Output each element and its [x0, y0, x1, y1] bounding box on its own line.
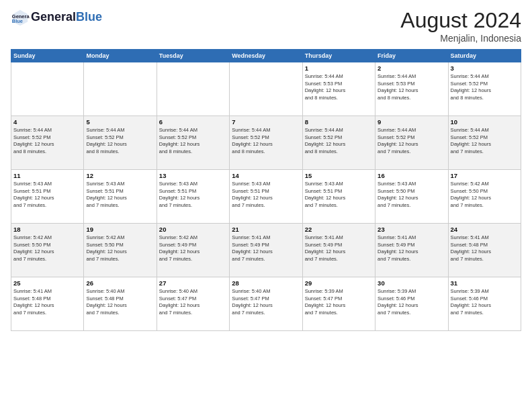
week-row-3: 11Sunrise: 5:43 AM Sunset: 5:51 PM Dayli… — [11, 170, 521, 224]
week-row-5: 25Sunrise: 5:41 AM Sunset: 5:48 PM Dayli… — [11, 277, 521, 331]
day-header-friday: Friday — [375, 50, 448, 62]
calendar-cell: 7Sunrise: 5:44 AM Sunset: 5:52 PM Daylig… — [230, 116, 302, 170]
location: Menjalin, Indonesia — [400, 33, 521, 44]
day-number: 18 — [13, 226, 81, 233]
day-header-monday: Monday — [84, 50, 157, 62]
calendar-cell: 31Sunrise: 5:39 AM Sunset: 5:46 PM Dayli… — [448, 277, 521, 331]
calendar-cell: 24Sunrise: 5:41 AM Sunset: 5:48 PM Dayli… — [448, 224, 521, 277]
day-info: Sunrise: 5:43 AM Sunset: 5:51 PM Dayligh… — [159, 181, 227, 209]
day-number: 17 — [451, 172, 519, 179]
svg-text:Blue: Blue — [12, 18, 23, 24]
header-row: SundayMondayTuesdayWednesdayThursdayFrid… — [11, 50, 521, 62]
calendar-cell: 12Sunrise: 5:43 AM Sunset: 5:51 PM Dayli… — [84, 170, 157, 224]
calendar-cell: 8Sunrise: 5:44 AM Sunset: 5:52 PM Daylig… — [302, 116, 375, 170]
day-info: Sunrise: 5:42 AM Sunset: 5:49 PM Dayligh… — [159, 234, 227, 263]
day-info: Sunrise: 5:43 AM Sunset: 5:51 PM Dayligh… — [232, 181, 300, 209]
week-row-2: 4Sunrise: 5:44 AM Sunset: 5:52 PM Daylig… — [11, 116, 521, 170]
calendar-cell: 3Sunrise: 5:44 AM Sunset: 5:52 PM Daylig… — [448, 62, 521, 116]
day-number: 1 — [305, 64, 373, 72]
day-number: 7 — [232, 118, 300, 126]
day-info: Sunrise: 5:44 AM Sunset: 5:52 PM Dayligh… — [305, 127, 373, 155]
calendar-cell: 18Sunrise: 5:42 AM Sunset: 5:50 PM Dayli… — [11, 224, 84, 277]
calendar-cell: 30Sunrise: 5:39 AM Sunset: 5:46 PM Dayli… — [375, 277, 448, 331]
day-number: 16 — [378, 172, 445, 179]
header: General Blue GeneralBlue August 2024 Men… — [11, 8, 521, 44]
calendar-cell: 20Sunrise: 5:42 AM Sunset: 5:49 PM Dayli… — [157, 224, 229, 277]
day-info: Sunrise: 5:44 AM Sunset: 5:53 PM Dayligh… — [305, 73, 373, 101]
day-info: Sunrise: 5:40 AM Sunset: 5:47 PM Dayligh… — [232, 288, 300, 316]
day-info: Sunrise: 5:40 AM Sunset: 5:48 PM Dayligh… — [86, 288, 154, 316]
calendar-cell: 6Sunrise: 5:44 AM Sunset: 5:52 PM Daylig… — [157, 116, 229, 170]
day-info: Sunrise: 5:42 AM Sunset: 5:50 PM Dayligh… — [13, 234, 81, 263]
calendar-cell: 23Sunrise: 5:41 AM Sunset: 5:49 PM Dayli… — [375, 224, 448, 277]
day-info: Sunrise: 5:39 AM Sunset: 5:46 PM Dayligh… — [451, 288, 519, 316]
calendar-cell: 19Sunrise: 5:42 AM Sunset: 5:50 PM Dayli… — [84, 224, 157, 277]
day-number: 26 — [86, 279, 154, 287]
day-header-wednesday: Wednesday — [230, 50, 302, 62]
day-info: Sunrise: 5:43 AM Sunset: 5:51 PM Dayligh… — [13, 181, 81, 209]
day-header-sunday: Sunday — [11, 50, 84, 62]
day-number: 2 — [378, 64, 445, 72]
day-number: 27 — [159, 279, 227, 287]
calendar-cell: 15Sunrise: 5:43 AM Sunset: 5:51 PM Dayli… — [302, 170, 375, 224]
calendar-cell: 26Sunrise: 5:40 AM Sunset: 5:48 PM Dayli… — [84, 277, 157, 331]
day-number: 23 — [378, 226, 445, 233]
day-info: Sunrise: 5:41 AM Sunset: 5:48 PM Dayligh… — [451, 234, 519, 263]
day-number: 21 — [232, 226, 300, 233]
calendar-cell: 11Sunrise: 5:43 AM Sunset: 5:51 PM Dayli… — [11, 170, 84, 224]
day-info: Sunrise: 5:44 AM Sunset: 5:52 PM Dayligh… — [451, 73, 519, 101]
day-number: 28 — [232, 279, 300, 287]
month-year: August 2024 — [400, 8, 521, 33]
logo-icon: General Blue — [11, 8, 30, 27]
day-number: 11 — [13, 172, 81, 179]
day-info: Sunrise: 5:44 AM Sunset: 5:52 PM Dayligh… — [232, 127, 300, 155]
day-info: Sunrise: 5:44 AM Sunset: 5:52 PM Dayligh… — [13, 127, 81, 155]
week-row-1: 1Sunrise: 5:44 AM Sunset: 5:53 PM Daylig… — [11, 62, 521, 116]
day-number: 6 — [159, 118, 227, 126]
calendar-cell: 29Sunrise: 5:39 AM Sunset: 5:47 PM Dayli… — [302, 277, 375, 331]
day-header-saturday: Saturday — [448, 50, 521, 62]
day-number: 10 — [451, 118, 519, 126]
calendar-cell: 14Sunrise: 5:43 AM Sunset: 5:51 PM Dayli… — [230, 170, 302, 224]
day-info: Sunrise: 5:39 AM Sunset: 5:46 PM Dayligh… — [378, 288, 445, 316]
day-number: 25 — [13, 279, 81, 287]
calendar-cell: 27Sunrise: 5:40 AM Sunset: 5:47 PM Dayli… — [157, 277, 229, 331]
title-block: August 2024 Menjalin, Indonesia — [400, 8, 521, 44]
day-header-thursday: Thursday — [302, 50, 375, 62]
day-number: 3 — [451, 64, 519, 72]
calendar-cell: 13Sunrise: 5:43 AM Sunset: 5:51 PM Dayli… — [157, 170, 229, 224]
day-number: 4 — [13, 118, 81, 126]
calendar-cell: 4Sunrise: 5:44 AM Sunset: 5:52 PM Daylig… — [11, 116, 84, 170]
day-info: Sunrise: 5:42 AM Sunset: 5:50 PM Dayligh… — [451, 181, 519, 209]
day-info: Sunrise: 5:44 AM Sunset: 5:52 PM Dayligh… — [159, 127, 227, 155]
day-header-tuesday: Tuesday — [157, 50, 229, 62]
day-number: 31 — [451, 279, 519, 287]
day-number: 19 — [86, 226, 154, 233]
calendar-cell: 21Sunrise: 5:41 AM Sunset: 5:49 PM Dayli… — [230, 224, 302, 277]
day-number: 30 — [378, 279, 445, 287]
calendar-cell: 1Sunrise: 5:44 AM Sunset: 5:53 PM Daylig… — [302, 62, 375, 116]
day-info: Sunrise: 5:44 AM Sunset: 5:52 PM Dayligh… — [451, 127, 519, 155]
calendar-cell — [11, 62, 84, 116]
day-number: 8 — [305, 118, 373, 126]
day-number: 22 — [305, 226, 373, 233]
day-number: 5 — [86, 118, 154, 126]
calendar-cell — [84, 62, 157, 116]
logo: General Blue GeneralBlue — [11, 8, 102, 27]
calendar-cell: 10Sunrise: 5:44 AM Sunset: 5:52 PM Dayli… — [448, 116, 521, 170]
day-info: Sunrise: 5:44 AM Sunset: 5:53 PM Dayligh… — [378, 73, 445, 101]
day-info: Sunrise: 5:44 AM Sunset: 5:52 PM Dayligh… — [86, 127, 154, 155]
day-info: Sunrise: 5:41 AM Sunset: 5:49 PM Dayligh… — [305, 234, 373, 263]
day-info: Sunrise: 5:43 AM Sunset: 5:50 PM Dayligh… — [378, 181, 445, 209]
page: General Blue GeneralBlue August 2024 Men… — [0, 0, 532, 411]
day-info: Sunrise: 5:44 AM Sunset: 5:52 PM Dayligh… — [378, 127, 445, 155]
day-info: Sunrise: 5:39 AM Sunset: 5:47 PM Dayligh… — [305, 288, 373, 316]
calendar-cell — [230, 62, 302, 116]
calendar-cell — [157, 62, 229, 116]
calendar-cell: 25Sunrise: 5:41 AM Sunset: 5:48 PM Dayli… — [11, 277, 84, 331]
calendar-cell: 28Sunrise: 5:40 AM Sunset: 5:47 PM Dayli… — [230, 277, 302, 331]
day-info: Sunrise: 5:41 AM Sunset: 5:49 PM Dayligh… — [232, 234, 300, 263]
calendar-cell: 9Sunrise: 5:44 AM Sunset: 5:52 PM Daylig… — [375, 116, 448, 170]
calendar-cell: 22Sunrise: 5:41 AM Sunset: 5:49 PM Dayli… — [302, 224, 375, 277]
day-info: Sunrise: 5:41 AM Sunset: 5:49 PM Dayligh… — [378, 234, 445, 263]
